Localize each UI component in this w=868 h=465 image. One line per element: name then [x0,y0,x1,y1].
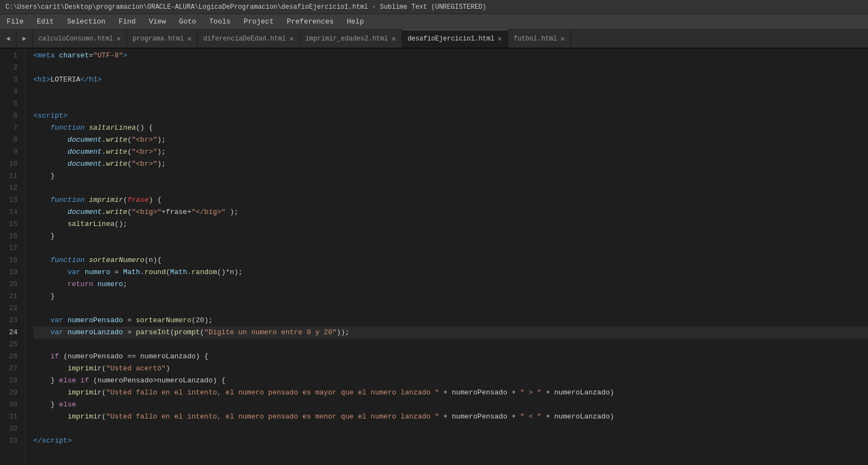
code-line-9: document.write("<br>"); [33,146,868,158]
code-area[interactable]: <meta charset="UTF-8"> <h1>LOTERIA</h1> … [25,49,868,465]
tab-diferenciaDeEdad[interactable]: diferenciaDeEdad.html ✕ [198,30,300,48]
title-bar: C:\Users\carit\Desktop\programacion\ORAC… [0,0,868,14]
code-line-5 [33,98,868,110]
menu-goto[interactable]: Goto [172,15,202,28]
menu-find[interactable]: Find [112,15,142,28]
editor: 1 2 3 4 5 6 7 8 9 10 11 12 13 14 15 16 1… [0,49,868,465]
code-line-26: if (numeroPensado == numeroLanzado) { [33,351,868,363]
code-line-20: return numero; [33,278,868,290]
line-num-30: 30 [7,399,18,411]
tab-close-futbol[interactable]: ✕ [560,35,565,43]
code-line-27: imprimir("Usted acertó") [33,363,868,375]
tab-label: futbol.html [514,35,557,43]
line-num-7: 7 [7,122,18,134]
line-num-15: 15 [7,218,18,230]
tab-scroll-right[interactable]: ▶ [16,30,33,48]
menu-file[interactable]: File [0,15,30,28]
line-num-25: 25 [7,339,18,351]
tab-imprimirEdades2[interactable]: imprimir_edades2.html ✕ [300,30,402,48]
code-line-15: saltarLinea(); [33,218,868,230]
tab-bar: ◀ ▶ calculoConsumo.html ✕ programa.html … [0,30,868,49]
line-num-26: 26 [7,351,18,363]
tab-close-diferenciaDeEdad[interactable]: ✕ [290,35,294,43]
code-line-32 [33,423,868,435]
menu-selection[interactable]: Selection [60,15,112,28]
code-line-8: document.write("<br>"); [33,134,868,146]
tab-label: diferenciaDeEdad.html [203,35,286,43]
code-line-16: } [33,230,868,242]
line-num-32: 32 [7,423,18,435]
code-line-6: <script> [33,110,868,122]
code-line-13: function imprimir(frase) { [33,194,868,206]
line-num-18: 18 [7,254,18,266]
menu-view[interactable]: View [142,15,172,28]
code-line-30: } else [33,399,868,411]
line-num-19: 19 [7,266,18,278]
menu-help[interactable]: Help [340,15,371,28]
code-line-12 [33,182,868,194]
line-num-31: 31 [7,411,18,423]
code-line-21: } [33,290,868,303]
menu-tools[interactable]: Tools [202,15,237,28]
code-line-2 [33,62,868,74]
line-num-3: 3 [7,74,18,86]
tab-close-programa[interactable]: ✕ [187,35,192,43]
line-numbers: 1 2 3 4 5 6 7 8 9 10 11 12 13 14 15 16 1… [0,49,25,465]
tab-label: programa.html [132,35,184,43]
line-num-23: 23 [7,315,18,327]
menu-preferences[interactable]: Preferences [280,15,340,28]
line-num-22: 22 [7,303,18,315]
line-num-8: 8 [7,134,18,146]
line-num-16: 16 [7,230,18,242]
menu-bar: File Edit Selection Find View Goto Tools… [0,14,868,30]
tab-programa[interactable]: programa.html ✕ [127,30,198,48]
menu-project[interactable]: Project [237,15,280,28]
code-line-4 [33,86,868,98]
line-num-10: 10 [7,158,18,170]
tab-close-calculoConsumo[interactable]: ✕ [117,35,121,43]
line-num-5: 5 [7,98,18,110]
line-num-33: 33 [7,435,18,447]
tab-scroll-left[interactable]: ◀ [0,30,16,48]
code-line-1: <meta charset="UTF-8"> [33,50,868,62]
code-line-29: imprimir("Usted fallo en el intento, el … [33,387,868,399]
code-line-33: </script> [33,435,868,447]
tab-close-desafioEjercicio1[interactable]: ✕ [497,35,502,43]
tab-label: imprimir_edades2.html [305,35,388,43]
line-num-27: 27 [7,363,18,375]
line-num-14: 14 [7,206,18,218]
code-line-24: var numeroLanzado = parseInt(prompt("Dig… [33,327,868,339]
menu-edit[interactable]: Edit [30,15,60,28]
title-text: C:\Users\carit\Desktop\programacion\ORAC… [5,3,487,11]
line-num-4: 4 [7,86,18,98]
line-num-12: 12 [7,182,18,194]
tab-calculoConsumo[interactable]: calculoConsumo.html ✕ [33,30,127,48]
line-num-9: 9 [7,146,18,158]
code-line-14: document.write("<big>"+frase+"</big>" ); [33,206,868,218]
tab-desafioEjercicio1[interactable]: desafioEjercicio1.html ✕ [402,30,508,48]
tab-futbol[interactable]: futbol.html ✕ [508,30,571,48]
code-line-10: document.write("<br>"); [33,158,868,170]
code-line-28: } else if (numeroPensado>numeroLanzado) … [33,375,868,387]
tab-label: desafioEjercicio1.html [408,35,494,43]
line-num-6: 6 [7,110,18,122]
code-line-31: imprimir("Usted fallo en el intento, el … [33,411,868,423]
code-line-22 [33,303,868,315]
tab-label: calculoConsumo.html [38,35,113,43]
code-line-25 [33,339,868,351]
code-line-19: var numero = Math.round(Math.random()*n)… [33,266,868,278]
code-line-7: function saltarLinea() { [33,122,868,134]
tab-close-imprimirEdades2[interactable]: ✕ [391,35,396,43]
line-num-11: 11 [7,170,18,182]
code-line-18: function sortearNumero(n){ [33,254,868,266]
code-line-3: <h1>LOTERIA</h1> [33,74,868,86]
line-num-2: 2 [7,62,18,74]
line-num-13: 13 [7,194,18,206]
code-line-23: var numeroPensado = sortearNumero(20); [33,315,868,327]
line-num-1: 1 [7,50,18,62]
line-num-17: 17 [7,242,18,254]
line-num-21: 21 [7,290,18,303]
line-num-20: 20 [7,278,18,290]
line-num-28: 28 [7,375,18,387]
line-num-24: 24 [7,327,18,339]
